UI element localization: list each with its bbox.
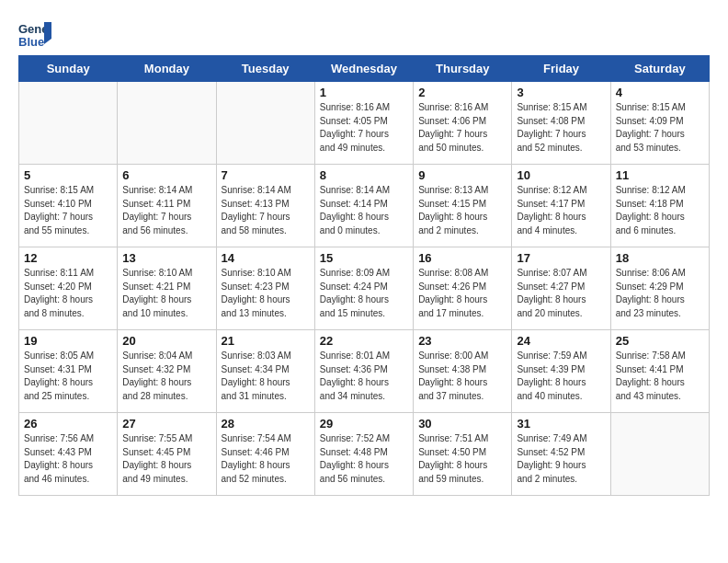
- day-number: 13: [122, 251, 210, 265]
- day-info: Sunrise: 8:09 AM Sunset: 4:24 PM Dayligh…: [320, 267, 408, 320]
- calendar-cell: 24Sunrise: 7:59 AM Sunset: 4:39 PM Dayli…: [512, 330, 610, 413]
- calendar-cell: 25Sunrise: 7:58 AM Sunset: 4:41 PM Dayli…: [610, 330, 709, 413]
- day-info: Sunrise: 8:15 AM Sunset: 4:08 PM Dayligh…: [517, 101, 605, 155]
- day-number: 12: [24, 251, 112, 265]
- calendar-cell: [610, 413, 709, 496]
- day-info: Sunrise: 7:52 AM Sunset: 4:48 PM Dayligh…: [320, 432, 408, 486]
- day-info: Sunrise: 8:13 AM Sunset: 4:15 PM Dayligh…: [418, 184, 506, 237]
- calendar-cell: 21Sunrise: 8:03 AM Sunset: 4:34 PM Dayli…: [216, 330, 314, 413]
- calendar-cell: 1Sunrise: 8:16 AM Sunset: 4:05 PM Daylig…: [314, 82, 413, 165]
- day-info: Sunrise: 8:12 AM Sunset: 4:18 PM Dayligh…: [616, 184, 704, 237]
- day-info: Sunrise: 7:58 AM Sunset: 4:41 PM Dayligh…: [616, 350, 704, 403]
- day-number: 11: [616, 168, 704, 182]
- calendar-cell: 18Sunrise: 8:06 AM Sunset: 4:29 PM Dayli…: [610, 247, 709, 330]
- header-row: SundayMondayTuesdayWednesdayThursdayFrid…: [19, 56, 710, 82]
- day-header-monday: Monday: [118, 56, 216, 82]
- calendar-week-3: 19Sunrise: 8:05 AM Sunset: 4:31 PM Dayli…: [19, 330, 710, 413]
- day-number: 22: [320, 334, 408, 348]
- calendar-cell: 3Sunrise: 8:15 AM Sunset: 4:08 PM Daylig…: [512, 82, 610, 165]
- day-info: Sunrise: 8:08 AM Sunset: 4:26 PM Dayligh…: [418, 267, 506, 320]
- calendar-cell: 22Sunrise: 8:01 AM Sunset: 4:36 PM Dayli…: [314, 330, 413, 413]
- calendar-week-0: 1Sunrise: 8:16 AM Sunset: 4:05 PM Daylig…: [19, 82, 710, 165]
- day-number: 25: [616, 334, 704, 348]
- day-number: 29: [320, 417, 408, 431]
- day-number: 28: [222, 417, 310, 431]
- day-number: 2: [418, 86, 506, 99]
- day-info: Sunrise: 7:49 AM Sunset: 4:52 PM Dayligh…: [517, 432, 605, 486]
- day-number: 31: [517, 417, 605, 431]
- calendar-cell: 28Sunrise: 7:54 AM Sunset: 4:46 PM Dayli…: [216, 413, 314, 496]
- day-info: Sunrise: 8:14 AM Sunset: 4:11 PM Dayligh…: [122, 184, 210, 237]
- calendar-week-1: 5Sunrise: 8:15 AM Sunset: 4:10 PM Daylig…: [19, 165, 710, 247]
- calendar-cell: 30Sunrise: 7:51 AM Sunset: 4:50 PM Dayli…: [414, 413, 512, 496]
- calendar-cell: 9Sunrise: 8:13 AM Sunset: 4:15 PM Daylig…: [414, 165, 512, 247]
- page: General Blue SundayMondayTuesdayWednesda…: [0, 0, 728, 505]
- calendar-cell: 8Sunrise: 8:14 AM Sunset: 4:14 PM Daylig…: [314, 165, 413, 247]
- day-header-saturday: Saturday: [610, 56, 709, 82]
- calendar-cell: [19, 82, 118, 165]
- calendar-cell: [216, 82, 314, 165]
- day-info: Sunrise: 8:04 AM Sunset: 4:32 PM Dayligh…: [122, 350, 210, 403]
- day-number: 27: [122, 417, 210, 431]
- calendar-cell: 20Sunrise: 8:04 AM Sunset: 4:32 PM Dayli…: [118, 330, 216, 413]
- calendar-cell: 31Sunrise: 7:49 AM Sunset: 4:52 PM Dayli…: [512, 413, 610, 496]
- day-info: Sunrise: 8:07 AM Sunset: 4:27 PM Dayligh…: [517, 267, 605, 320]
- svg-marker-3: [44, 22, 51, 44]
- day-info: Sunrise: 8:14 AM Sunset: 4:14 PM Dayligh…: [320, 184, 408, 237]
- logo-icon: General Blue: [18, 18, 51, 52]
- day-info: Sunrise: 8:11 AM Sunset: 4:20 PM Dayligh…: [24, 267, 112, 320]
- calendar-cell: 16Sunrise: 8:08 AM Sunset: 4:26 PM Dayli…: [414, 247, 512, 330]
- day-number: 5: [24, 168, 112, 182]
- day-info: Sunrise: 8:12 AM Sunset: 4:17 PM Dayligh…: [517, 184, 605, 237]
- day-info: Sunrise: 8:16 AM Sunset: 4:05 PM Dayligh…: [320, 101, 408, 155]
- calendar-week-4: 26Sunrise: 7:56 AM Sunset: 4:43 PM Dayli…: [19, 413, 710, 496]
- calendar-cell: 14Sunrise: 8:10 AM Sunset: 4:23 PM Dayli…: [216, 247, 314, 330]
- calendar-cell: 7Sunrise: 8:14 AM Sunset: 4:13 PM Daylig…: [216, 165, 314, 247]
- day-header-tuesday: Tuesday: [216, 56, 314, 82]
- calendar-table: SundayMondayTuesdayWednesdayThursdayFrid…: [18, 55, 710, 496]
- day-number: 20: [122, 334, 210, 348]
- calendar-cell: 19Sunrise: 8:05 AM Sunset: 4:31 PM Dayli…: [19, 330, 118, 413]
- day-number: 30: [418, 417, 506, 431]
- day-number: 6: [122, 168, 210, 182]
- day-number: 24: [517, 334, 605, 348]
- day-number: 23: [418, 334, 506, 348]
- day-info: Sunrise: 7:56 AM Sunset: 4:43 PM Dayligh…: [24, 432, 112, 486]
- calendar-header: SundayMondayTuesdayWednesdayThursdayFrid…: [19, 56, 710, 82]
- calendar-cell: 23Sunrise: 8:00 AM Sunset: 4:38 PM Dayli…: [414, 330, 512, 413]
- day-number: 21: [222, 334, 310, 348]
- calendar-cell: 27Sunrise: 7:55 AM Sunset: 4:45 PM Dayli…: [118, 413, 216, 496]
- day-header-friday: Friday: [512, 56, 610, 82]
- day-number: 26: [24, 417, 112, 431]
- day-info: Sunrise: 8:06 AM Sunset: 4:29 PM Dayligh…: [616, 267, 704, 320]
- day-info: Sunrise: 8:16 AM Sunset: 4:06 PM Dayligh…: [418, 101, 506, 155]
- calendar-cell: 29Sunrise: 7:52 AM Sunset: 4:48 PM Dayli…: [314, 413, 413, 496]
- day-header-sunday: Sunday: [19, 56, 118, 82]
- header: General Blue: [18, 18, 710, 52]
- day-number: 10: [517, 168, 605, 182]
- day-header-wednesday: Wednesday: [314, 56, 413, 82]
- logo: General Blue: [18, 18, 51, 52]
- day-number: 16: [418, 251, 506, 265]
- calendar-cell: 26Sunrise: 7:56 AM Sunset: 4:43 PM Dayli…: [19, 413, 118, 496]
- day-info: Sunrise: 7:55 AM Sunset: 4:45 PM Dayligh…: [122, 432, 210, 486]
- day-number: 18: [616, 251, 704, 265]
- calendar-cell: 15Sunrise: 8:09 AM Sunset: 4:24 PM Dayli…: [314, 247, 413, 330]
- calendar-body: 1Sunrise: 8:16 AM Sunset: 4:05 PM Daylig…: [19, 82, 710, 496]
- day-number: 9: [418, 168, 506, 182]
- day-number: 1: [320, 86, 408, 99]
- day-info: Sunrise: 7:54 AM Sunset: 4:46 PM Dayligh…: [222, 432, 310, 486]
- calendar-cell: 11Sunrise: 8:12 AM Sunset: 4:18 PM Dayli…: [610, 165, 709, 247]
- day-info: Sunrise: 8:03 AM Sunset: 4:34 PM Dayligh…: [222, 350, 310, 403]
- day-number: 7: [222, 168, 310, 182]
- calendar-cell: 12Sunrise: 8:11 AM Sunset: 4:20 PM Dayli…: [19, 247, 118, 330]
- day-info: Sunrise: 8:01 AM Sunset: 4:36 PM Dayligh…: [320, 350, 408, 403]
- day-info: Sunrise: 8:00 AM Sunset: 4:38 PM Dayligh…: [418, 350, 506, 403]
- day-info: Sunrise: 8:10 AM Sunset: 4:23 PM Dayligh…: [222, 267, 310, 320]
- day-info: Sunrise: 8:15 AM Sunset: 4:09 PM Dayligh…: [616, 101, 704, 155]
- day-info: Sunrise: 8:14 AM Sunset: 4:13 PM Dayligh…: [222, 184, 310, 237]
- day-info: Sunrise: 7:51 AM Sunset: 4:50 PM Dayligh…: [418, 432, 506, 486]
- calendar-cell: 5Sunrise: 8:15 AM Sunset: 4:10 PM Daylig…: [19, 165, 118, 247]
- day-header-thursday: Thursday: [414, 56, 512, 82]
- day-number: 8: [320, 168, 408, 182]
